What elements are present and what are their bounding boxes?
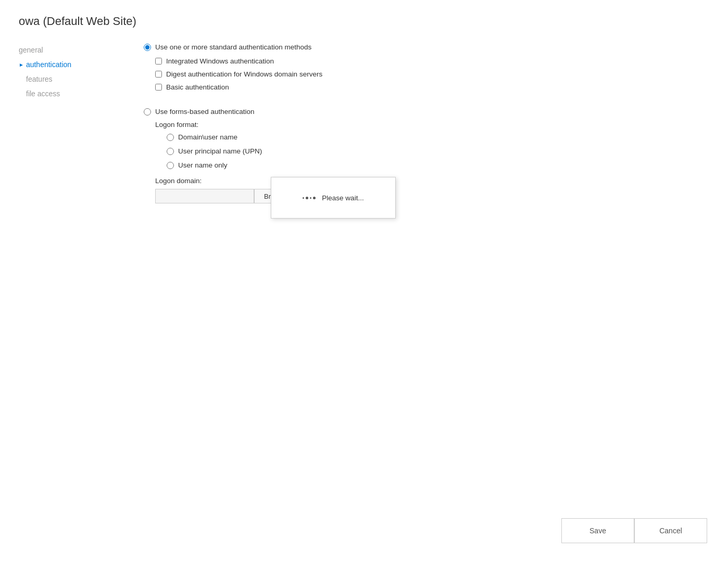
domain-user-radio[interactable] xyxy=(167,134,174,141)
please-wait-overlay: Please wait... xyxy=(271,177,396,219)
user-principal-label: User principal name (UPN) xyxy=(178,147,262,157)
logon-domain-label: Logon domain: xyxy=(144,177,728,185)
sidebar-item-authentication[interactable]: ► authentication xyxy=(19,57,133,72)
spinner-dot-2 xyxy=(306,197,308,199)
digest-auth-label: Digest authentication for Windows domain… xyxy=(166,70,322,80)
forms-auth-section: Use forms-based authentication Logon for… xyxy=(144,107,728,204)
integrated-windows-row: Integrated Windows authentication xyxy=(144,57,728,67)
standard-auth-section: Use one or more standard authentication … xyxy=(144,43,728,93)
domain-user-row: Domain\user name xyxy=(167,133,728,143)
cancel-button[interactable]: Cancel xyxy=(634,518,707,543)
content-area: Use one or more standard authentication … xyxy=(133,43,728,214)
spinner-dot-4 xyxy=(313,197,316,199)
user-name-label: User name only xyxy=(178,161,228,171)
spinner-dot-1 xyxy=(303,197,304,199)
standard-auth-radio[interactable] xyxy=(144,44,151,51)
logon-domain-input[interactable] xyxy=(155,189,254,203)
standard-auth-label: Use one or more standard authentication … xyxy=(155,43,311,53)
domain-user-label: Domain\user name xyxy=(178,133,237,143)
sidebar-item-features[interactable]: features xyxy=(19,72,133,86)
basic-auth-checkbox[interactable] xyxy=(155,84,162,91)
sidebar-item-label-general: general xyxy=(19,46,43,54)
sidebar: general ► authentication features file a… xyxy=(19,43,133,214)
forms-auth-radio-row: Use forms-based authentication xyxy=(144,107,728,117)
logon-format-options: Domain\user name User principal name (UP… xyxy=(144,133,728,171)
arrow-right-icon: ► xyxy=(19,62,24,68)
spinner-icon xyxy=(303,197,316,199)
forms-auth-radio[interactable] xyxy=(144,108,151,116)
page-title: owa (Default Web Site) xyxy=(0,0,728,43)
basic-auth-row: Basic authentication xyxy=(144,83,728,93)
digest-auth-row: Digest authentication for Windows domain… xyxy=(144,70,728,80)
user-principal-radio[interactable] xyxy=(167,148,174,155)
basic-auth-label: Basic authentication xyxy=(166,83,229,93)
digest-auth-checkbox[interactable] xyxy=(155,71,162,78)
logon-format-label: Logon format: xyxy=(144,121,728,129)
bottom-buttons: Save Cancel xyxy=(561,518,707,543)
user-principal-row: User principal name (UPN) xyxy=(167,147,728,157)
save-button[interactable]: Save xyxy=(561,518,634,543)
please-wait-text: Please wait... xyxy=(322,194,363,202)
sidebar-item-general[interactable]: general xyxy=(19,43,133,57)
sidebar-item-file-access[interactable]: file access xyxy=(19,86,133,101)
sidebar-item-label-authentication: authentication xyxy=(26,60,71,69)
sidebar-item-label-features: features xyxy=(26,75,53,83)
logon-domain-row: Browse... xyxy=(144,189,728,203)
user-name-radio[interactable] xyxy=(167,162,174,169)
integrated-windows-label: Integrated Windows authentication xyxy=(166,57,274,67)
forms-auth-label: Use forms-based authentication xyxy=(155,107,255,117)
spinner-dot-3 xyxy=(310,197,311,199)
sidebar-item-label-file-access: file access xyxy=(26,89,60,98)
user-name-row: User name only xyxy=(167,161,728,171)
integrated-windows-checkbox[interactable] xyxy=(155,58,162,65)
standard-auth-radio-row: Use one or more standard authentication … xyxy=(144,43,728,53)
